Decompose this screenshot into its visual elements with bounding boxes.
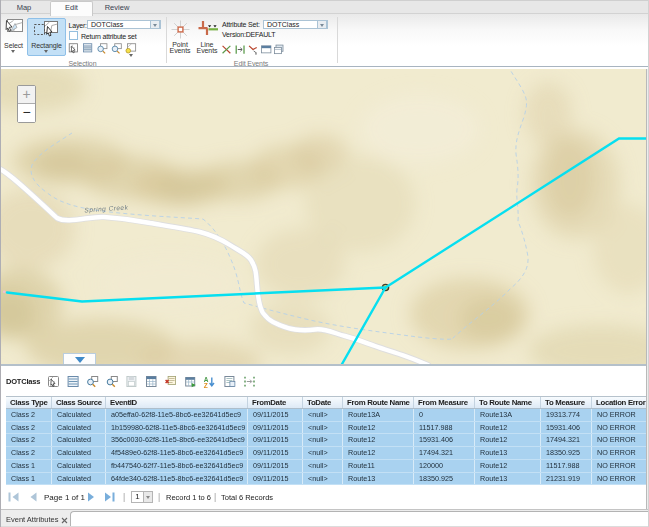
svg-text:Z: Z bbox=[204, 382, 208, 389]
